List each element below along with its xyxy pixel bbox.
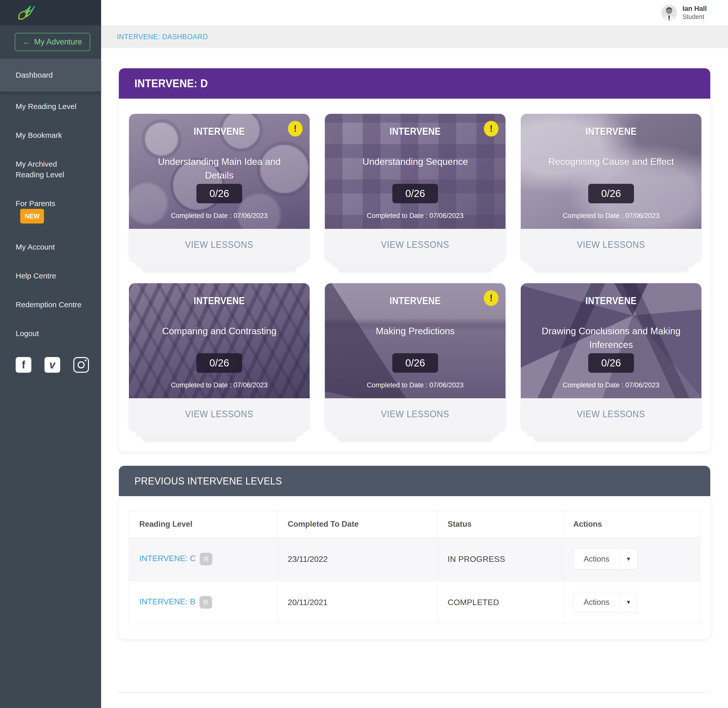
card-title: Understanding Main Idea and Details: [129, 155, 310, 182]
sidebar-item-redemption-centre[interactable]: Redemption Centre: [0, 299, 83, 310]
card-title: Understanding Sequence: [349, 155, 482, 169]
previous-levels-header: PREVIOUS INTERVENE LEVELS: [119, 466, 710, 496]
progress-badge: 0/26: [588, 184, 634, 203]
level-link[interactable]: INTERVENE: C: [139, 554, 196, 563]
adventure-band: ← My Adventure: [0, 25, 101, 59]
alert-icon: !: [484, 290, 499, 306]
col-completed-to-date: Completed To Date: [277, 511, 438, 538]
sidebar-item-my-reading-level[interactable]: My Reading Level: [0, 101, 83, 112]
intervene-panel-body: ! INTERVENE Understanding Main Idea and …: [119, 99, 710, 451]
sidebar-item-my-archived-reading-level[interactable]: My Archived Reading Level: [0, 159, 83, 180]
social-links: f v: [0, 357, 101, 373]
card-brand: INTERVENE: [586, 125, 637, 137]
card-stack-layer: [527, 430, 695, 435]
card-stack-layer: [534, 435, 688, 441]
lesson-card-image: INTERVENE Comparing and Contrasting 0/26…: [129, 283, 310, 398]
col-reading-level: Reading Level: [129, 511, 277, 538]
lesson-card-image: INTERVENE Recognising Cause and Effect 0…: [521, 114, 702, 229]
new-badge: NEW: [20, 209, 44, 223]
view-lessons-button[interactable]: VIEW LESSONS: [129, 398, 310, 430]
view-lessons-button[interactable]: VIEW LESSONS: [325, 398, 506, 430]
card-stack-layer: [135, 260, 303, 266]
card-stack-layer: [338, 266, 492, 271]
card-title: Recognising Cause and Effect: [534, 155, 688, 169]
table-row: INTERVENE: BR 20/11/2021 COMPLETED Actio…: [129, 581, 700, 624]
completed-to-date: Completed to Date : 07/06/2023: [367, 381, 464, 389]
lesson-card: ! INTERVENE Understanding Main Idea and …: [129, 114, 310, 271]
status-badge: COMPLETED: [448, 598, 499, 607]
completed-to-date: Completed to Date : 07/06/2023: [171, 212, 268, 220]
page-footer: Copyright © 2023 Bright Islands Educatio…: [119, 692, 710, 708]
card-title: Making Predictions: [362, 324, 468, 338]
breadcrumb[interactable]: INTERVENE: DASHBOARD: [117, 33, 208, 41]
back-arrow-icon: ←: [23, 38, 30, 46]
my-adventure-button[interactable]: ← My Adventure: [15, 33, 90, 51]
col-status: Status: [437, 511, 563, 538]
chevron-down-icon[interactable]: ▼: [619, 592, 637, 612]
main-content: INTERVENE: D ! INTERVENE Understanding M…: [101, 48, 728, 708]
sidebar-item-logout[interactable]: Logout: [0, 328, 83, 339]
actions-button[interactable]: Actions ▼: [573, 549, 638, 569]
card-brand: INTERVENE: [586, 295, 637, 307]
completed-to-date: Completed to Date : 07/06/2023: [563, 212, 660, 220]
user-name: Ian Hall: [683, 4, 707, 13]
r-badge: R: [200, 553, 212, 565]
avatar[interactable]: [661, 5, 677, 20]
sidebar-item-dashboard[interactable]: Dashboard: [0, 59, 101, 91]
r-badge: R: [199, 596, 212, 609]
card-stack-layer: [331, 260, 499, 266]
lesson-card-image: ! INTERVENE Understanding Sequence 0/26 …: [325, 114, 506, 229]
intervene-panel: INTERVENE: D ! INTERVENE Understanding M…: [119, 68, 710, 451]
card-brand: INTERVENE: [390, 295, 441, 307]
sidebar-nav: My Reading Level My Bookmark My Archived…: [0, 91, 101, 339]
lesson-card: ! INTERVENE Making Predictions 0/26 Comp…: [325, 283, 506, 441]
view-lessons-button[interactable]: VIEW LESSONS: [325, 229, 506, 260]
sidebar-item-my-account[interactable]: My Account: [0, 242, 83, 252]
lesson-card: ! INTERVENE Understanding Sequence 0/26 …: [325, 114, 506, 271]
facebook-icon[interactable]: f: [16, 357, 31, 373]
sidebar: ← My Adventure Dashboard My Reading Leve…: [0, 0, 101, 708]
user-meta[interactable]: Ian Hall Student: [683, 4, 707, 21]
card-stack-layer: [142, 435, 296, 441]
lesson-card: INTERVENE Recognising Cause and Effect 0…: [521, 114, 702, 271]
sidebar-item-for-parents[interactable]: For ParentsNEW: [0, 198, 83, 223]
card-stack-layer: [331, 430, 499, 435]
my-adventure-label: My Adventure: [34, 38, 82, 46]
hummingbird-logo-icon: [16, 3, 35, 22]
card-title: Drawing Conclusions and Making Inference…: [521, 324, 702, 351]
completed-to-date: Completed to Date : 07/06/2023: [367, 212, 464, 220]
sidebar-item-my-bookmark[interactable]: My Bookmark: [0, 130, 83, 141]
chevron-down-icon[interactable]: ▼: [619, 549, 637, 569]
page: ← My Adventure Dashboard My Reading Leve…: [0, 0, 728, 708]
table-row: INTERVENE: CR 23/11/2022 IN PROGRESS Act…: [129, 538, 700, 581]
progress-badge: 0/26: [588, 353, 634, 373]
vimeo-icon[interactable]: v: [45, 357, 60, 373]
view-lessons-button[interactable]: VIEW LESSONS: [129, 229, 310, 260]
previous-levels-title: PREVIOUS INTERVENE LEVELS: [135, 475, 282, 487]
completed-to-date: Completed to Date : 07/06/2023: [563, 381, 660, 389]
breadcrumb-bar: INTERVENE: DASHBOARD: [101, 25, 728, 48]
col-actions: Actions: [563, 511, 700, 538]
card-stack-layer: [135, 430, 303, 435]
card-brand: INTERVENE: [194, 125, 245, 137]
lesson-cards-grid: ! INTERVENE Understanding Main Idea and …: [119, 99, 710, 451]
alert-icon: !: [288, 121, 303, 136]
intervene-panel-header: INTERVENE: D: [119, 68, 710, 99]
level-link[interactable]: INTERVENE: B: [139, 597, 196, 606]
for-parents-label: For Parents: [16, 199, 55, 207]
progress-badge: 0/26: [196, 184, 242, 203]
view-lessons-button[interactable]: VIEW LESSONS: [521, 229, 702, 260]
previous-levels-body: Reading Level Completed To Date Status A…: [119, 496, 710, 639]
lesson-card-image: ! INTERVENE Making Predictions 0/26 Comp…: [325, 283, 506, 398]
progress-badge: 0/26: [392, 184, 438, 203]
progress-badge: 0/26: [196, 353, 242, 373]
sidebar-item-help-centre[interactable]: Help Centre: [0, 271, 83, 281]
actions-button[interactable]: Actions ▼: [573, 592, 638, 613]
lesson-card-image: INTERVENE Drawing Conclusions and Making…: [521, 283, 702, 398]
view-lessons-button[interactable]: VIEW LESSONS: [521, 398, 702, 430]
card-stack-layer: [534, 266, 688, 271]
card-stack-layer: [338, 435, 492, 441]
user-role: Student: [683, 13, 707, 21]
previous-levels-table: Reading Level Completed To Date Status A…: [129, 511, 700, 624]
instagram-icon[interactable]: [73, 357, 89, 373]
